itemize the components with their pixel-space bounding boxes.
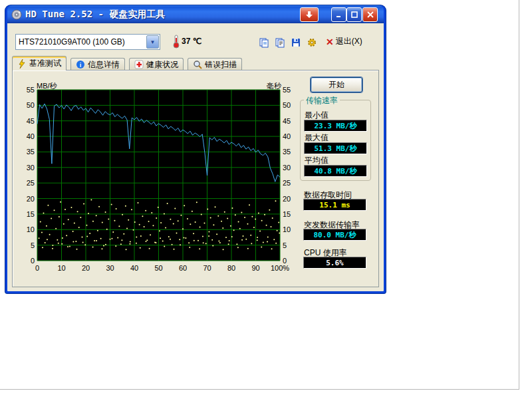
svg-text:25: 25: [27, 179, 35, 187]
access-time-value: 15.1 ms: [303, 199, 366, 211]
minimize-icon: [336, 11, 342, 18]
svg-text:10: 10: [283, 225, 291, 233]
svg-text:35: 35: [283, 148, 291, 156]
svg-text:40: 40: [27, 132, 35, 140]
benchmark-icon: [17, 59, 27, 68]
exit-button[interactable]: ✕ 退出(X): [326, 35, 362, 49]
maximize-icon: [351, 11, 358, 18]
tab-health[interactable]: 健康状况: [129, 58, 184, 70]
copy-image-button[interactable]: [256, 35, 272, 50]
benchmark-chart-svg: 0055101015152020252530303535404045455050…: [13, 80, 299, 279]
svg-text:30: 30: [27, 164, 35, 172]
download-arrow-icon: [305, 11, 313, 19]
maximize-button[interactable]: [346, 7, 362, 22]
cpu-usage-value: 5.6%: [303, 257, 366, 269]
transfer-rate-group: 传输速率 最小值 23.3 MB/秒 最大值 51.3 MB/秒 平均值 40.…: [300, 100, 371, 181]
drive-select[interactable]: HTS721010G9AT00 (100 GB) ▼: [15, 34, 160, 50]
close-button[interactable]: [362, 7, 378, 22]
options-button[interactable]: [304, 35, 320, 50]
magnifier-icon: [193, 60, 202, 69]
close-icon: [367, 11, 374, 18]
tab-error-scan[interactable]: 错误扫描: [188, 58, 242, 70]
svg-text:0: 0: [35, 264, 39, 272]
svg-text:100%: 100%: [271, 264, 289, 272]
svg-text:50: 50: [154, 264, 162, 272]
min-value: 23.3 MB/秒: [304, 120, 367, 132]
svg-text:60: 60: [179, 264, 187, 272]
health-cross-icon: [134, 60, 144, 69]
start-button[interactable]: 开始: [311, 77, 362, 92]
drive-select-value: HTS721010G9AT00 (100 GB): [16, 37, 146, 47]
tab-health-label: 健康状况: [146, 59, 178, 70]
svg-text:40: 40: [130, 264, 138, 272]
svg-text:5: 5: [31, 241, 35, 249]
save-button[interactable]: [288, 35, 304, 50]
window-title: HD Tune 2.52 - 硬盘实用工具: [25, 9, 165, 21]
svg-text:20: 20: [283, 195, 291, 203]
app-icon: [11, 9, 22, 20]
tab-benchmark-label: 基准测试: [29, 58, 61, 69]
exit-label: 退出(X): [336, 36, 362, 47]
svg-text:50: 50: [283, 101, 291, 109]
svg-text:70: 70: [203, 264, 211, 272]
exit-x-icon: ✕: [326, 37, 334, 47]
svg-text:25: 25: [283, 179, 291, 187]
svg-text:20: 20: [27, 195, 35, 203]
svg-text:45: 45: [27, 117, 35, 125]
gear-icon: [307, 37, 317, 48]
update-button[interactable]: [300, 7, 319, 22]
max-value: 51.3 MB/秒: [304, 142, 367, 154]
svg-text:55: 55: [27, 86, 35, 94]
copy-text-button[interactable]: [272, 35, 288, 50]
svg-text:15: 15: [27, 210, 35, 218]
temperature-value: 37 ℃: [182, 37, 201, 46]
chevron-down-icon[interactable]: ▼: [146, 35, 159, 49]
svg-text:35: 35: [27, 148, 35, 156]
svg-text:40: 40: [283, 132, 291, 140]
svg-text:10: 10: [27, 225, 35, 233]
title-bar[interactable]: HD Tune 2.52 - 硬盘实用工具: [7, 5, 384, 23]
save-icon: [291, 37, 301, 48]
thermometer-icon: [172, 34, 180, 49]
burst-rate-value: 80.0 MB/秒: [303, 229, 366, 241]
tab-benchmark[interactable]: 基准测试: [12, 56, 66, 70]
svg-text:90: 90: [251, 264, 259, 272]
svg-text:80: 80: [227, 264, 235, 272]
svg-text:10: 10: [57, 264, 65, 272]
svg-text:5: 5: [283, 241, 287, 249]
benchmark-panel: MB/秒 毫秒 00551010151520202525303035354040…: [12, 70, 379, 287]
client-area: HTS721010G9AT00 (100 GB) ▼ 37 ℃: [7, 23, 384, 291]
svg-text:20: 20: [82, 264, 90, 272]
tab-info-label: 信息详情: [88, 59, 120, 70]
info-icon: i: [76, 60, 85, 69]
svg-text:55: 55: [283, 86, 291, 94]
transfer-rate-title: 传输速率: [304, 95, 340, 106]
tab-error-scan-label: 错误扫描: [205, 59, 237, 70]
svg-text:30: 30: [106, 264, 114, 272]
tab-info[interactable]: i 信息详情: [70, 58, 125, 70]
minimize-button[interactable]: [331, 7, 346, 22]
svg-text:30: 30: [283, 164, 291, 172]
copy-image-icon: [259, 37, 269, 48]
svg-text:i: i: [80, 62, 82, 68]
avg-value: 40.8 MB/秒: [304, 165, 367, 177]
copy-text-icon: [275, 37, 285, 48]
svg-text:0: 0: [31, 257, 35, 265]
svg-text:50: 50: [27, 101, 35, 109]
svg-text:45: 45: [283, 117, 291, 125]
svg-text:15: 15: [283, 210, 291, 218]
hd-tune-window: HD Tune 2.52 - 硬盘实用工具 HTS721010G9AT00 (1: [5, 5, 386, 293]
